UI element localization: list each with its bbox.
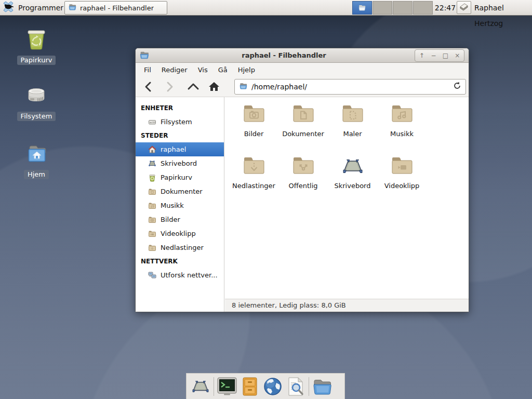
location-bar[interactable]: /home/raphael/ xyxy=(234,79,466,95)
sidebar-item-documents[interactable]: Dokumenter xyxy=(136,184,224,198)
file-cabinet-icon xyxy=(241,377,259,396)
window-body: ENHETER Filsystem STEDER xyxy=(136,97,469,312)
sidebar-item-downloads[interactable]: Nedlastinger xyxy=(136,241,224,255)
close-button[interactable]: × xyxy=(452,50,462,61)
desktop: Programmer raphael - Filbehandler xyxy=(0,0,532,399)
file-label: Musikk xyxy=(390,130,414,138)
file-label: Videoklipp xyxy=(384,182,420,190)
applications-menu-label: Programmer xyxy=(18,4,63,12)
desktop-icon-home[interactable]: Hjem xyxy=(9,141,63,179)
file-manager-window: raphael - Filbehandler ↑ − □ × Fil Redig… xyxy=(135,48,469,312)
session-action-button[interactable] xyxy=(457,1,471,14)
sidebar-item-pictures[interactable]: Bilder xyxy=(136,212,224,227)
taskbar-window-button[interactable]: raphael - Filbehandler xyxy=(64,1,167,15)
sidebar-header-network: NETTVERK xyxy=(136,255,224,268)
sidebar-header-devices: ENHETER xyxy=(136,101,224,115)
sidebar-item-label: Musikk xyxy=(161,202,184,209)
dock-separator xyxy=(309,377,309,396)
menu-help[interactable]: Hjelp xyxy=(233,64,260,76)
pictures-folder-icon xyxy=(242,102,267,127)
terminal-icon xyxy=(217,377,237,396)
pictures-folder-icon xyxy=(148,216,156,224)
sidebar-item-desktop[interactable]: Skrivebord xyxy=(136,156,224,170)
desktop-icon-label: Papirkurv xyxy=(17,56,56,65)
top-panel: Programmer raphael - Filbehandler xyxy=(0,0,532,16)
eraser-icon xyxy=(459,2,469,14)
desktop-icon-filesystem[interactable]: Filsystem xyxy=(9,83,63,121)
taskbar-window-label: raphael - Filbehandler xyxy=(80,4,154,12)
back-button[interactable] xyxy=(140,79,157,95)
trash-full-icon xyxy=(24,27,49,52)
dock-file-cabinet-button[interactable] xyxy=(238,375,261,398)
file-item-maler[interactable]: Maler xyxy=(328,102,377,154)
sidebar-item-filesystem[interactable]: Filsystem xyxy=(136,115,224,129)
music-folder-icon xyxy=(390,102,415,127)
sidebar-item-label: Papirkurv xyxy=(161,174,192,181)
sidebar-item-trash[interactable]: Papirkurv xyxy=(136,170,224,184)
home-button[interactable] xyxy=(205,79,223,95)
file-label: Bilder xyxy=(244,130,264,138)
dock-terminal-button[interactable] xyxy=(216,375,238,398)
sidebar-item-browse-network[interactable]: Utforsk nettver... xyxy=(136,268,224,282)
workspace-pager xyxy=(352,1,433,15)
file-label: Maler xyxy=(343,130,362,138)
sidebar-item-label: Utforsk nettver... xyxy=(161,271,218,279)
file-item-videoklipp[interactable]: Videoklipp xyxy=(377,154,427,206)
workspace-2[interactable] xyxy=(373,1,392,15)
window-titlebar[interactable]: raphael - Filbehandler ↑ − □ × xyxy=(136,48,469,63)
toolbar: /home/raphael/ xyxy=(136,77,469,97)
workspace-3[interactable] xyxy=(393,1,413,15)
menu-go[interactable]: Gå xyxy=(213,64,233,76)
status-bar: 8 ielementer, Ledig plass: 8,0 GiB xyxy=(225,299,469,312)
reload-button[interactable] xyxy=(453,82,461,92)
folder-icon xyxy=(312,377,332,396)
home-icon xyxy=(148,145,156,154)
sidebar-header-places: STEDER xyxy=(136,129,224,142)
file-item-musikk[interactable]: Musikk xyxy=(377,102,427,154)
file-item-offentlig[interactable]: Offentlig xyxy=(278,154,328,206)
dock-web-browser-button[interactable] xyxy=(261,375,284,398)
menu-file[interactable]: Fil xyxy=(139,64,156,76)
thunar-window-icon xyxy=(68,3,77,12)
file-item-dokumenter[interactable]: Dokumenter xyxy=(278,102,328,154)
shade-button[interactable]: ↑ xyxy=(417,50,427,61)
xfce-logo-icon xyxy=(2,1,15,15)
desktop-icon-trash[interactable]: Papirkurv xyxy=(9,27,63,65)
file-item-bilder[interactable]: Bilder xyxy=(229,102,278,154)
sidebar-item-label: Videoklipp xyxy=(161,230,196,237)
documents-folder-icon xyxy=(291,102,316,127)
logged-in-user-label: Raphael Hertzog xyxy=(474,0,532,16)
window-app-icon xyxy=(139,50,150,62)
home-folder-icon xyxy=(24,141,49,166)
dock-file-manager-button[interactable] xyxy=(311,375,334,398)
network-icon xyxy=(148,271,156,280)
dock-separator xyxy=(214,377,214,396)
path-input[interactable]: /home/raphael/ xyxy=(251,83,449,91)
maximize-button[interactable]: □ xyxy=(440,50,450,61)
applications-menu-button[interactable]: Programmer xyxy=(0,0,68,16)
sidebar-item-raphael[interactable]: raphael xyxy=(136,142,224,156)
panel-clock: 22:47 xyxy=(434,0,456,16)
dock-search-button[interactable] xyxy=(284,375,307,398)
workspace-1[interactable] xyxy=(352,1,372,15)
dock-show-desktop-button[interactable] xyxy=(189,375,212,398)
up-button[interactable] xyxy=(184,79,202,95)
show-desktop-icon xyxy=(190,376,211,397)
music-folder-icon xyxy=(148,202,156,210)
workspace-4[interactable] xyxy=(413,1,433,15)
file-item-nedlastinger[interactable]: Nedlastinger xyxy=(229,154,278,206)
window-controls: ↑ − □ × xyxy=(415,49,464,62)
sidebar-item-videos[interactable]: Videoklipp xyxy=(136,227,224,241)
menu-bar: Fil Rediger Vis Gå Hjelp xyxy=(136,63,469,77)
videos-folder-icon xyxy=(390,154,415,179)
public-folder-icon xyxy=(291,154,316,179)
path-folder-icon xyxy=(239,82,248,92)
menu-edit[interactable]: Rediger xyxy=(156,64,193,76)
file-view[interactable]: Bilder Dokumenter xyxy=(225,97,469,299)
forward-button[interactable] xyxy=(161,79,178,95)
file-item-skrivebord[interactable]: Skrivebord xyxy=(328,154,377,206)
desktop-icon xyxy=(340,154,365,179)
menu-view[interactable]: Vis xyxy=(193,64,213,76)
sidebar-item-music[interactable]: Musikk xyxy=(136,198,224,212)
minimize-button[interactable]: − xyxy=(429,50,439,61)
